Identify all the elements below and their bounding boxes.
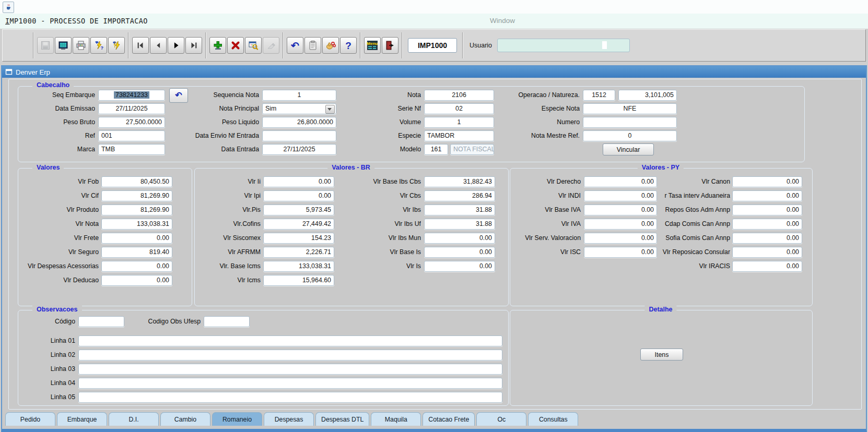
operacao-field[interactable]: 1512 xyxy=(583,90,615,101)
vlr-tasa-interv-aduaneira-field[interactable]: 0.00 xyxy=(732,190,802,201)
tab-cotacao-frete[interactable]: Cotacao Frete xyxy=(423,412,475,426)
insert-record-button[interactable] xyxy=(209,37,226,54)
vlr-derecho-field[interactable]: 0.00 xyxy=(584,176,657,187)
last-record-button[interactable] xyxy=(185,37,202,54)
vlr-indi-field[interactable]: 0.00 xyxy=(584,190,657,201)
codigo-field[interactable] xyxy=(78,316,124,327)
save-button[interactable] xyxy=(37,37,54,54)
vlr-ibs-uf-field[interactable]: 31.88 xyxy=(424,219,495,230)
help-button[interactable]: ? xyxy=(340,37,357,54)
data-emissao-field[interactable]: 27/11/2025 xyxy=(98,103,165,114)
previous-record-button[interactable] xyxy=(150,37,167,54)
clipboard-button[interactable] xyxy=(304,37,321,54)
clear-button[interactable] xyxy=(263,37,279,54)
undo-button[interactable]: ↶ xyxy=(287,37,303,54)
tab-oc[interactable]: Oc xyxy=(476,412,526,426)
vlr-base-is-field[interactable]: 0.00 xyxy=(424,247,495,258)
tab-despesas[interactable]: Despesas xyxy=(264,412,314,426)
sequencia-nota-field[interactable]: 1 xyxy=(262,90,336,101)
modelo-field[interactable]: 161 xyxy=(424,144,448,155)
vlr-ipi-field[interactable]: 0.00 xyxy=(263,190,334,201)
vlr-base-iva-field[interactable]: 0.00 xyxy=(584,205,657,215)
nota-mestre-ref-field[interactable]: 0 xyxy=(583,130,677,141)
vlr-produto-field[interactable]: 81,269.90 xyxy=(101,205,172,215)
linha-05-field[interactable] xyxy=(78,392,502,403)
volume-field[interactable]: 1 xyxy=(424,117,494,128)
linha-03-field[interactable] xyxy=(78,364,502,375)
execute-help-button[interactable]: ? xyxy=(90,37,107,54)
itens-button[interactable]: Itens xyxy=(640,349,683,361)
tab-romaneio[interactable]: Romaneio xyxy=(212,412,262,426)
data-envio-nf-entrada-field[interactable] xyxy=(262,130,336,141)
vlr-pis-field[interactable]: 5,973.45 xyxy=(263,205,334,215)
nota-principal-dropdown[interactable]: Sim xyxy=(262,103,336,114)
vlr-cofins-field[interactable]: 27,449.42 xyxy=(263,219,334,230)
repos-gtos-adm-annp-field[interactable]: 0.00 xyxy=(732,205,802,215)
tab-despesas-dtl[interactable]: Despesas DTL xyxy=(315,412,369,426)
query-button[interactable] xyxy=(245,37,262,54)
vlr-reposicao-consular-field[interactable]: 0.00 xyxy=(732,247,802,258)
serie-nf-field[interactable]: 02 xyxy=(424,103,494,114)
vlr-serv-valoracion-field[interactable]: 0.00 xyxy=(584,233,657,244)
commit-button[interactable] xyxy=(322,37,339,54)
vlr-afrmm-field[interactable]: 2,226.71 xyxy=(263,247,334,258)
menu-window[interactable]: Window xyxy=(490,17,515,25)
menu-button[interactable]: Menu xyxy=(364,37,381,54)
numero-field[interactable] xyxy=(583,117,677,128)
vlr-cbs-field[interactable]: 286.94 xyxy=(424,190,495,201)
exit-button[interactable] xyxy=(382,37,398,54)
vincular-button[interactable]: Vincular xyxy=(603,143,654,155)
vlr-seguro-field[interactable]: 819.40 xyxy=(101,247,172,258)
marca-field[interactable]: TMB xyxy=(98,144,165,155)
vlr-ii-field[interactable]: 0.00 xyxy=(263,176,334,187)
vlr-is-field[interactable]: 0.00 xyxy=(424,261,495,272)
vlr-isc-field[interactable]: 0.00 xyxy=(584,247,657,258)
vlr-frete-field[interactable]: 0.00 xyxy=(101,233,172,244)
linha-02-field[interactable] xyxy=(78,350,502,361)
tab-maquila[interactable]: Maquila xyxy=(371,412,421,426)
ref-field[interactable]: 001 xyxy=(98,130,165,141)
especie-field[interactable]: TAMBOR xyxy=(424,130,494,141)
next-record-button[interactable] xyxy=(168,37,184,54)
vlr-despesas-acessorias-field[interactable]: 0.00 xyxy=(101,261,172,272)
tab-embarque[interactable]: Embarque xyxy=(57,412,107,426)
chevron-down-icon[interactable] xyxy=(325,105,335,114)
vlr-deducao-field[interactable]: 0.00 xyxy=(101,275,172,286)
vlr-siscomex-field[interactable]: 154.23 xyxy=(263,233,334,244)
data-entrada-field[interactable]: 27/11/2025 xyxy=(262,144,336,155)
codigo-obs-ufesp-field[interactable] xyxy=(204,316,250,327)
execute-button[interactable] xyxy=(108,37,125,54)
especie-nota-field[interactable]: NFE xyxy=(583,103,677,114)
peso-liquido-field[interactable]: 26,800.0000 xyxy=(262,117,336,128)
cdap-comis-can-annp-field[interactable]: 0.00 xyxy=(732,219,802,230)
vlr-canon-field[interactable]: 0.00 xyxy=(732,176,802,187)
vlr-base-ibs-cbs-field[interactable]: 31,882.43 xyxy=(424,176,495,187)
vlr-base-icms-field[interactable]: 133,038.31 xyxy=(263,261,334,272)
seq-embarque-field[interactable]: 738241233 xyxy=(98,90,165,101)
tab-cambio[interactable]: Cambio xyxy=(160,412,210,426)
vlr-nota-field[interactable]: 133,038.31 xyxy=(101,219,172,230)
vlr-iva-field[interactable]: 0.00 xyxy=(584,219,657,230)
java-app-button[interactable] xyxy=(3,2,14,13)
linha-04-field[interactable] xyxy=(78,378,502,389)
natureza-field[interactable]: 3,101,005 xyxy=(618,90,677,101)
sofia-comis-can-annp-field[interactable]: 0.00 xyxy=(732,233,802,244)
vlr-cif-field[interactable]: 81,269.90 xyxy=(101,190,172,201)
vlr-iracis-field[interactable]: 0.00 xyxy=(732,261,802,272)
vlr-icms-field[interactable]: 15,964.60 xyxy=(263,275,334,286)
print-button[interactable] xyxy=(73,37,89,54)
screen-button[interactable] xyxy=(55,37,72,54)
vlr-fob-field[interactable]: 80,450.50 xyxy=(101,176,172,187)
usuario-field[interactable] xyxy=(497,39,630,52)
linha-01-field[interactable] xyxy=(78,335,502,346)
vlr-ibs-mun-field[interactable]: 0.00 xyxy=(424,233,495,244)
nota-field[interactable]: 2106 xyxy=(424,90,494,101)
frame-title-bar[interactable]: Denver Erp xyxy=(2,66,866,78)
tab-pedido[interactable]: Pedido xyxy=(5,412,55,426)
first-record-button[interactable] xyxy=(132,37,149,54)
peso-bruto-field[interactable]: 27,500.0000 xyxy=(98,117,165,128)
tab-consultas[interactable]: Consultas xyxy=(528,412,578,426)
vlr-ibs-field[interactable]: 31.88 xyxy=(424,205,495,215)
tab-di[interactable]: D.I. xyxy=(109,412,159,426)
delete-record-button[interactable] xyxy=(227,37,244,54)
